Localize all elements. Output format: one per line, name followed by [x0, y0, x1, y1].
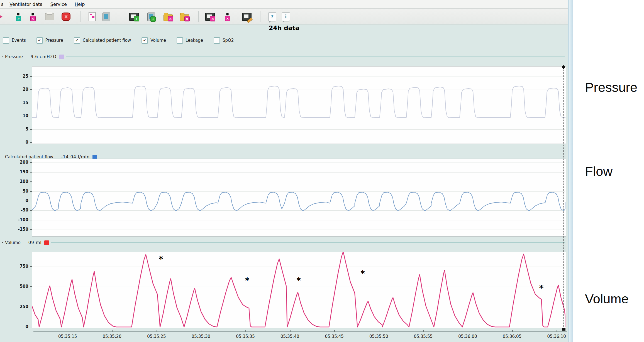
x-axis-tick: [334, 330, 335, 332]
window-scrollbar[interactable]: [568, 0, 573, 342]
y-axis-tick: [30, 116, 32, 116]
cursor-bottom-handle[interactable]: [562, 328, 565, 331]
patient-data-delete-icon[interactable]: ×: [27, 11, 38, 22]
pane-tick: [2, 56, 3, 57]
x-axis-tick-label: 05:36:10: [543, 334, 570, 339]
pane-tick: [2, 157, 3, 157]
checkbox-label: Volume: [150, 38, 166, 43]
x-axis-tick: [290, 330, 291, 332]
filter-checkbox-pressure[interactable]: ✓Pressure: [36, 37, 63, 44]
add-device-data-icon[interactable]: +: [146, 11, 157, 22]
sigh-asterisk-marker: *: [245, 279, 249, 282]
filter-checkbox-events[interactable]: Events: [3, 37, 26, 44]
x-axis-tick: [512, 330, 513, 332]
folder-delete-icon[interactable]: ×: [163, 11, 173, 22]
menu-item-help[interactable]: Help: [71, 2, 89, 7]
legend-color-swatch: [59, 55, 64, 59]
checkbox-label: Leakage: [186, 38, 203, 43]
y-axis-tick: [30, 210, 32, 211]
y-axis-tick-label: 250: [11, 304, 28, 309]
x-axis-tick: [423, 330, 424, 332]
filter-checkbox-leakage[interactable]: Leakage: [177, 37, 203, 44]
pane-header-volume: Volume09 ml: [2, 239, 565, 246]
pane-label: Pressure: [5, 54, 23, 59]
filter-checkbox-volume[interactable]: ✓Volume: [142, 37, 166, 44]
filter-checkbox-calculated-patient-flow[interactable]: ✓Calculated patient flow: [74, 37, 131, 44]
folder-export-delete-icon[interactable]: ×: [179, 11, 190, 22]
x-axis-tick: [468, 330, 468, 332]
y-axis-tick: [30, 201, 32, 201]
screenshot-root: sVentilator dataServiceHelp »××++××××?i …: [0, 0, 644, 342]
x-axis-tick-label: 05:36:05: [498, 334, 526, 339]
filter-checkbox-spo2[interactable]: SpO2: [214, 37, 234, 44]
y-axis-tick-label: 15: [11, 100, 28, 105]
y-axis-tick-label: 150: [11, 169, 28, 174]
checkbox-box[interactable]: ✓: [36, 37, 43, 44]
y-axis-tick: [30, 89, 32, 90]
time-cursor-line[interactable]: [564, 67, 564, 330]
toolbar-separator: [198, 11, 199, 22]
page-title: 24h data: [269, 24, 299, 31]
checkbox-label: Calculated patient flow: [83, 38, 131, 43]
pane-current-value: 09 ml: [28, 240, 42, 245]
export-arrow-icon[interactable]: [0, 11, 8, 22]
checkbox-label: SpO2: [223, 38, 234, 43]
y-axis-tick: [30, 162, 32, 163]
x-axis-tick: [245, 330, 246, 332]
margin-label-volume: Volume: [585, 291, 629, 306]
checkbox-box[interactable]: [214, 37, 220, 44]
legend-color-swatch: [44, 240, 49, 245]
checkbox-label: Events: [12, 38, 26, 43]
x-axis-tick-label: 05:35:25: [143, 334, 170, 339]
y-axis-tick: [30, 129, 32, 130]
y-axis-tick: [30, 327, 32, 327]
waveform-volume[interactable]: [32, 252, 565, 328]
y-axis-tick: [30, 229, 32, 230]
print-icon[interactable]: [44, 11, 55, 22]
cancel-icon[interactable]: ×: [61, 11, 71, 22]
y-axis-tick-label: 750: [11, 264, 28, 269]
x-axis-tick-label: 05:36:00: [454, 334, 482, 339]
screen-data-edit-icon[interactable]: [242, 11, 252, 22]
y-axis-tick: [30, 76, 32, 77]
x-axis-line: [33, 331, 567, 332]
x-axis-tick-label: 05:35:45: [320, 334, 348, 339]
y-axis-tick-label: 0: [11, 198, 28, 203]
pane-label: Volume: [5, 240, 21, 245]
y-axis-tick: [30, 220, 32, 220]
y-axis-tick-label: -100: [11, 217, 28, 222]
menu-item-ventilator-data[interactable]: Ventilator data: [6, 2, 46, 7]
app-window: sVentilator dataServiceHelp »××++××××?i …: [0, 0, 573, 342]
info-icon[interactable]: i: [280, 11, 291, 22]
y-axis-tick-label: 0: [11, 324, 28, 329]
pane-header-rule: [66, 56, 565, 57]
y-axis-tick: [30, 181, 32, 182]
y-axis-tick-label: 25: [11, 74, 28, 79]
y-axis-tick: [30, 142, 32, 143]
x-axis-tick-label: 05:35:15: [54, 334, 82, 339]
y-axis-tick-label: 20: [11, 87, 28, 92]
screen-data-delete-icon[interactable]: ×: [205, 11, 215, 22]
waveform-pressure[interactable]: [32, 66, 565, 143]
menu-item-s[interactable]: s: [0, 2, 6, 7]
checkbox-box[interactable]: [3, 37, 9, 44]
waveform-flow[interactable]: [32, 159, 565, 236]
add-screen-data-icon[interactable]: +: [129, 11, 139, 22]
checkbox-box[interactable]: ✓: [142, 37, 148, 44]
checkbox-box[interactable]: ✓: [74, 37, 80, 44]
y-axis-tick: [30, 103, 32, 103]
checkbox-box[interactable]: [177, 37, 183, 44]
sigh-asterisk-marker: *: [360, 272, 365, 275]
y-axis-tick-label: -150: [11, 227, 28, 232]
sigh-asterisk-marker: *: [297, 279, 301, 282]
pane-header-rule: [51, 242, 565, 243]
toolbar: »××++××××?i: [0, 9, 573, 24]
status-line: [0, 340, 568, 340]
patient-data-transfer-icon[interactable]: »: [13, 11, 23, 22]
x-axis-tick: [157, 330, 157, 332]
ventilator-device-icon[interactable]: [101, 11, 112, 22]
patient-delete-icon[interactable]: ×: [222, 11, 233, 22]
help-icon[interactable]: ?: [267, 11, 277, 22]
report-icon[interactable]: [87, 11, 97, 22]
menu-item-service[interactable]: Service: [47, 2, 71, 7]
